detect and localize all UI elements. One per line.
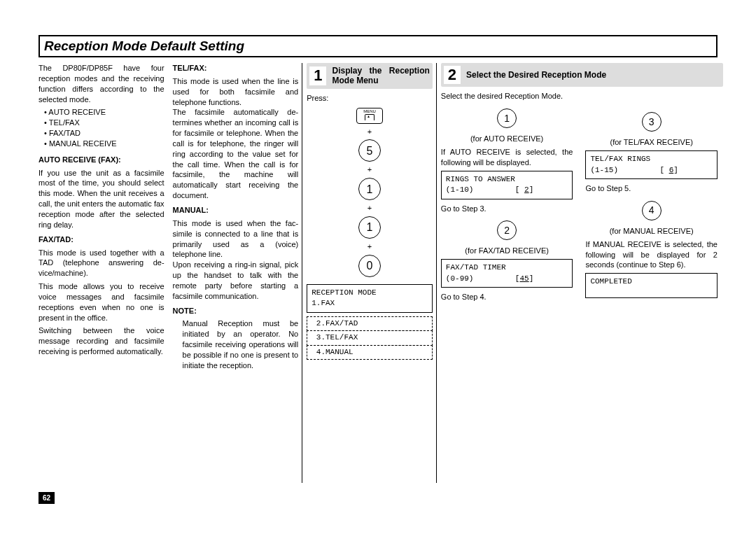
subcol-left: Select the desired Reception Mode. 1 (fo… xyxy=(441,91,573,304)
step-number: 2 xyxy=(444,66,461,84)
opt3-label: (for TEL/FAX RECEIVE) xyxy=(585,137,718,148)
key-1: 1 xyxy=(358,216,381,239)
step-1-header: 1 Display the Reception Mode Menu xyxy=(307,63,433,89)
lcd-text: RINGS TO ANSWER (1-10) [ xyxy=(446,175,524,194)
plus-icon: + xyxy=(368,241,372,252)
key-1: 1 xyxy=(358,178,381,200)
faxtad-body: Switching between the voice message reco… xyxy=(38,325,164,357)
auto-receive-body: If you use the unit as a facsimile most … xyxy=(38,168,164,230)
key-sequence: MENU + 5 + 1 + 1 + 0 xyxy=(307,108,433,277)
faxtad-body: This mode is used together with a TAD (t… xyxy=(38,248,164,279)
page-title-box: Reception Mode Default Setting xyxy=(38,35,718,57)
manual-body: This mode is used when the fac­simile is… xyxy=(173,218,299,302)
lcd-display: RINGS TO ANSWER (1-10) [ 2] xyxy=(441,171,573,199)
opt4-label: (for MANUAL RECEIVE) xyxy=(585,226,718,237)
subcol-right: 3 (for TEL/FAX RECEIVE) TEL/FAX RINGS (1… xyxy=(585,91,718,304)
divider xyxy=(302,63,302,483)
opt4-note: If MANUAL RECEIVE is se­lected, the foll… xyxy=(585,239,718,271)
step-2-column: 2 Select the Desired Reception Mode Sele… xyxy=(441,63,718,497)
lcd-value: 6 xyxy=(669,166,674,174)
step2-subcolumns: Select the desired Reception Mode. 1 (fo… xyxy=(441,91,718,304)
menu-label: MENU xyxy=(363,109,376,113)
intro-text: The DP80F/DP85F have four reception mode… xyxy=(38,63,164,104)
step-number: 1 xyxy=(309,66,326,85)
arrow-icon xyxy=(365,114,374,120)
press-label: Press: xyxy=(307,93,433,104)
faxtad-heading: FAX/TAD: xyxy=(38,234,164,245)
menu-key-icon: MENU xyxy=(356,108,383,124)
opt1-label: (for AUTO RECEIVE) xyxy=(441,134,573,144)
opt2-goto: Go to Step 4. xyxy=(441,292,573,302)
lcd-value: 2 xyxy=(524,185,529,194)
plus-icon: + xyxy=(368,203,372,213)
note-heading: NOTE: xyxy=(173,306,299,316)
divider xyxy=(436,63,437,483)
step-title: Select the Desired Reception Mode xyxy=(466,70,606,80)
content-columns: The DP80F/DP85F have four reception mode… xyxy=(38,63,718,497)
plus-icon: + xyxy=(368,127,372,137)
step-title: Display the Reception Mode Menu xyxy=(332,66,429,86)
opt3-goto: Go to Step 5. xyxy=(585,183,718,194)
plus-icon: + xyxy=(368,164,372,175)
opt1-goto: Go to Step 3. xyxy=(441,204,573,214)
lcd-option: 3.TEL/FAX xyxy=(307,330,433,345)
page-number: 62 xyxy=(38,492,55,505)
lcd-text: TEL/FAX RINGS (1-15) [ xyxy=(590,155,668,174)
lcd-display: FAX/TAD TIMER (0-99) [45] xyxy=(441,259,573,288)
page-title: Reception Mode Default Setting xyxy=(40,36,716,56)
lcd-value: 45 xyxy=(519,274,528,283)
auto-receive-heading: AUTO RECEIVE (FAX): xyxy=(38,155,164,165)
step2-intro: Select the desired Reception Mode. xyxy=(441,91,573,101)
option-1-icon: 1 xyxy=(497,108,517,128)
opt1-note: If AUTO RECEIVE is selected, the followi… xyxy=(441,147,573,168)
mode-list: AUTO RECEIVE TEL/FAX FAX/TAD MANUAL RECE… xyxy=(38,107,164,148)
lcd-display: RECEPTION MODE 1.FAX xyxy=(307,284,433,313)
lcd-option: 2.FAX/TAD xyxy=(307,316,433,331)
option-2-icon: 2 xyxy=(497,220,517,240)
lcd-option: 4.MANUAL xyxy=(307,345,433,360)
lcd-text: FAX/TAD TIMER (0-99) [ xyxy=(446,263,520,282)
list-item: TEL/FAX xyxy=(44,118,164,128)
option-4-icon: 4 xyxy=(642,201,662,220)
opt2-label: (for FAX/TAD RECEIVE) xyxy=(441,246,573,256)
faxtad-body: This mode allows you to receive voice me… xyxy=(38,281,164,323)
key-0: 0 xyxy=(358,255,381,277)
manual-heading: MANUAL: xyxy=(173,205,299,216)
list-item: AUTO RECEIVE xyxy=(44,107,164,118)
lcd-display: COMPLETED xyxy=(585,273,718,297)
step-1-column: 1 Display the Reception Mode Menu Press:… xyxy=(307,63,433,497)
option-3-icon: 3 xyxy=(642,112,662,132)
list-item: MANUAL RECEIVE xyxy=(44,139,164,149)
lcd-display: TEL/FAX RINGS (1-15) [ 6] xyxy=(585,150,718,179)
note-body: Manual Reception must be initiated by an… xyxy=(173,318,299,370)
step-2-header: 2 Select the Desired Reception Mode xyxy=(441,63,723,87)
list-item: FAX/TAD xyxy=(44,128,164,139)
key-5: 5 xyxy=(358,139,381,162)
telfax-body: This mode is used when the line is used … xyxy=(173,76,299,201)
column-1: The DP80F/DP85F have four reception mode… xyxy=(38,63,164,497)
telfax-heading: TEL/FAX: xyxy=(173,63,299,73)
column-2: TEL/FAX: This mode is used when the line… xyxy=(173,63,299,497)
